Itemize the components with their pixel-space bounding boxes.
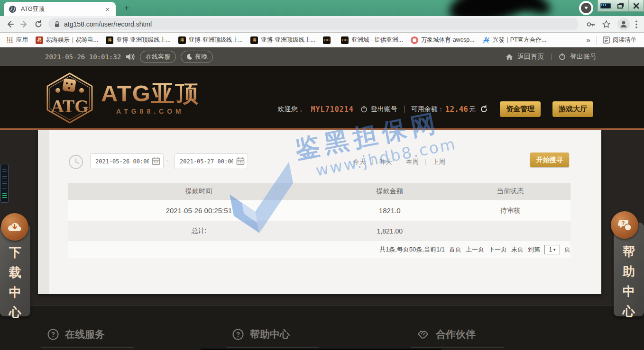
cloud-download-icon bbox=[7, 221, 22, 233]
site-logo[interactable]: ATG ATG亚顶 ATG88.COM bbox=[45, 72, 200, 125]
bookmark-apps[interactable]: 应用 bbox=[6, 36, 28, 44]
total-label: 总计: bbox=[68, 227, 330, 235]
browser-tab[interactable]: ATG亚顶 × bbox=[4, 2, 116, 16]
night-mode-label: 夜晚 bbox=[195, 53, 207, 61]
withdraw-record-table: 提款时间 提款金额 当前状态 2021-05-26 00:25:51 1821.… bbox=[68, 183, 570, 258]
pagination-last[interactable]: 末页 bbox=[511, 245, 524, 254]
game-lobby-button[interactable]: 游戏大厅 bbox=[552, 101, 593, 117]
calendar-icon[interactable] bbox=[152, 157, 160, 165]
footer-online-service: ? 在线服务 bbox=[47, 328, 105, 341]
night-mode-button[interactable]: 夜晚 bbox=[181, 51, 213, 63]
logo-title: ATG亚顶 bbox=[101, 81, 200, 107]
bookmark-item[interactable]: 万象城体育-awcsp... bbox=[411, 36, 475, 44]
site-favicon-icon bbox=[9, 5, 17, 13]
tab-close-icon[interactable]: × bbox=[104, 5, 111, 13]
quick-filter-today[interactable]: 今天 bbox=[346, 158, 372, 166]
bookmark-item[interactable]: 易 易游娱乐｜易游电... bbox=[36, 36, 98, 44]
col-header-amount: 提款金额 bbox=[330, 187, 450, 196]
pagination-first[interactable]: 首页 bbox=[449, 245, 461, 254]
refresh-icon[interactable] bbox=[480, 105, 488, 113]
table-total-row: 总计: 1,821.00 bbox=[68, 221, 570, 241]
bookmark-item[interactable]: CC 亚洲城 - 提供亚洲... bbox=[341, 36, 403, 44]
apps-grid-icon bbox=[6, 36, 13, 44]
home-icon bbox=[506, 54, 513, 60]
mini-widget-lines bbox=[2, 167, 7, 190]
balance-unit: 元 bbox=[469, 105, 476, 114]
bookmark-star-icon[interactable] bbox=[602, 20, 611, 29]
back-home-link[interactable]: 返回首页 bbox=[517, 53, 544, 61]
bookmark-label: 亚博-亚洲顶级线上... bbox=[116, 36, 171, 44]
search-button[interactable]: 开始搜寻 bbox=[530, 153, 569, 167]
bookmark-item[interactable]: CC bbox=[323, 36, 333, 44]
bookmark-item[interactable]: 博 亚博-亚洲顶级线上... bbox=[106, 36, 171, 44]
quick-filter-thisweek[interactable]: 本周 bbox=[399, 158, 425, 166]
calendar-icon[interactable] bbox=[236, 157, 245, 165]
pagination-next[interactable]: 下一页 bbox=[488, 245, 507, 254]
help-center-icon-circle[interactable]: ? bbox=[611, 211, 638, 239]
new-tab-button[interactable]: + bbox=[121, 3, 132, 14]
reading-list-button[interactable]: 阅读清单 bbox=[602, 36, 636, 44]
key-icon[interactable] bbox=[586, 20, 595, 29]
restore-button[interactable] bbox=[613, 0, 628, 11]
minimize-button[interactable] bbox=[598, 0, 613, 11]
chat-question-icon: ? bbox=[617, 218, 632, 232]
reload-button[interactable] bbox=[34, 20, 43, 28]
site-header: ATG ATG亚顶 ATG88.COM 欢迎您， MYL710214 登出账号 … bbox=[0, 66, 644, 130]
footer-divider bbox=[411, 347, 504, 348]
cell-withdraw-amount: 1821.0 bbox=[330, 206, 450, 215]
bookmark-label: 应用 bbox=[16, 36, 28, 44]
browser-tabbar: ATG亚顶 × + bbox=[0, 0, 644, 16]
bookmark-item[interactable]: 兴 兴發｜PT官方合作... bbox=[482, 36, 547, 44]
pagination-prev[interactable]: 上一页 bbox=[466, 245, 484, 254]
speaker-icon[interactable] bbox=[126, 53, 135, 61]
logo-hexagon-icon: ATG bbox=[45, 72, 94, 125]
url-input[interactable]: atg158.com/user/record.shtml bbox=[48, 18, 579, 30]
goto-page-label: 到第 bbox=[528, 245, 540, 254]
date-to-field bbox=[175, 153, 248, 169]
table-header-row: 提款时间 提款金额 当前状态 bbox=[68, 183, 570, 200]
col-header-time: 提款时间 bbox=[68, 187, 330, 196]
total-value: 1,821.00 bbox=[330, 227, 450, 235]
quick-filter-yesterday[interactable]: 昨天 bbox=[373, 158, 399, 166]
divider bbox=[596, 36, 597, 45]
logout-link[interactable]: 登出账号 bbox=[371, 105, 397, 114]
edge-mini-widget[interactable] bbox=[0, 164, 9, 203]
logout-link[interactable]: 登出账号 bbox=[570, 53, 597, 61]
bookmark-label: 易游娱乐｜易游电... bbox=[46, 36, 98, 44]
clock-icon bbox=[68, 154, 83, 170]
back-button[interactable] bbox=[6, 20, 14, 28]
page-select-value: 1 bbox=[549, 246, 552, 253]
page-select[interactable]: 1 ▾ bbox=[544, 245, 560, 254]
bookmark-item[interactable]: 博 亚博-亚洲顶级线上... bbox=[178, 36, 243, 44]
username: MYL710214 bbox=[311, 105, 354, 114]
bo-icon: 博 bbox=[106, 36, 113, 44]
forward-button[interactable] bbox=[20, 20, 28, 28]
svg-text:?: ? bbox=[51, 331, 55, 338]
svg-text:ATG: ATG bbox=[51, 96, 89, 116]
quick-filter-lastweek[interactable]: 上周 bbox=[426, 158, 452, 166]
download-center-icon-circle[interactable] bbox=[1, 213, 28, 241]
funds-management-button[interactable]: 资金管理 bbox=[500, 101, 541, 117]
browser-menu-icon[interactable] bbox=[635, 20, 637, 28]
toolbar-toggle-button[interactable] bbox=[579, 1, 593, 15]
bookmarks-overflow-icon[interactable]: » bbox=[586, 36, 590, 45]
question-circle-icon: ? bbox=[232, 329, 244, 340]
balance-label: 可用余额： bbox=[411, 105, 444, 114]
reading-list-icon bbox=[602, 36, 610, 44]
divider bbox=[551, 54, 552, 60]
close-window-button[interactable] bbox=[628, 0, 644, 11]
record-panel: - 今天 昨天 本周 上周 开始搜寻 提款时间 提款金额 bbox=[38, 130, 601, 294]
pagination-bar: 共1条,每页50条,当前1/1 首页 上一页 下一页 末页 到第 1 ▾ 页 bbox=[68, 241, 570, 258]
bookmark-item[interactable]: 博 亚博-亚洲顶级线上... bbox=[250, 36, 315, 44]
avatar[interactable] bbox=[617, 18, 630, 30]
online-service-button[interactable]: 在线客服 bbox=[140, 51, 176, 63]
question-circle-icon: ? bbox=[47, 329, 59, 340]
panel-gutter bbox=[38, 130, 49, 294]
download-center-label: 下载中心 bbox=[8, 242, 22, 322]
cell-withdraw-time: 2021-05-26 00:25:51 bbox=[68, 206, 330, 215]
divider bbox=[404, 106, 405, 113]
quick-filters: 今天 昨天 本周 上周 bbox=[346, 158, 452, 166]
date-from-field bbox=[90, 153, 164, 169]
footer-divider bbox=[226, 347, 319, 348]
cc-icon: CC bbox=[341, 36, 349, 44]
